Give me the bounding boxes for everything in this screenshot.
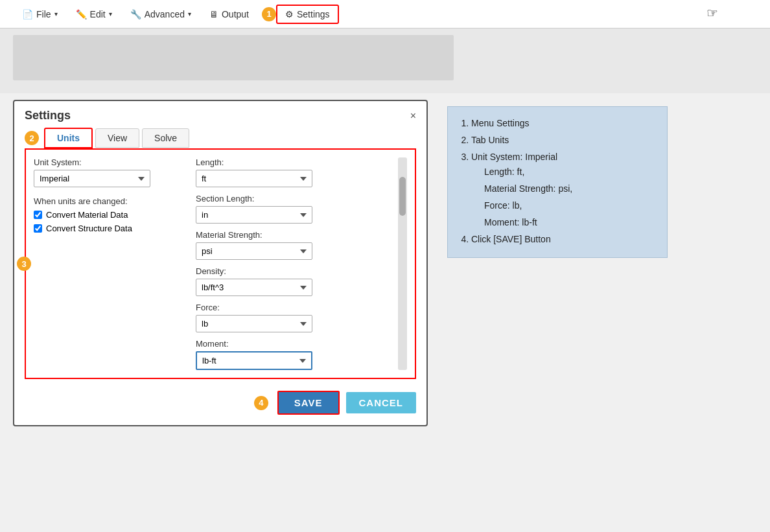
section-length-label: Section Length: xyxy=(196,194,395,203)
convert-structure-label: Convert Structure Data xyxy=(46,224,132,233)
file-arrow-icon: ▾ xyxy=(54,10,58,17)
section-length-select[interactable]: inftmcmmm xyxy=(196,206,312,224)
material-strength-label: Material Strength: xyxy=(196,230,395,240)
content-area xyxy=(0,29,770,93)
menu-advanced[interactable]: 🔧 Advanced ▾ xyxy=(121,5,200,23)
menu-advanced-label: Advanced xyxy=(145,9,185,19)
convert-material-label: Convert Material Data xyxy=(46,210,128,220)
moment-label: Moment: xyxy=(196,339,395,349)
settings-content-area: Unit System: Imperial Metric SI When uni… xyxy=(25,148,416,379)
instruction-item-4: Click [SAVE] Button xyxy=(471,232,657,248)
length-label: Length: xyxy=(196,157,395,167)
menu-output[interactable]: 🖥 Output xyxy=(200,5,258,23)
scrollbar-thumb xyxy=(399,177,406,216)
dialog-footer: 4 SAVE CANCEL xyxy=(14,384,426,425)
edit-icon: ✏️ xyxy=(76,9,87,19)
instruction-length: Length: ft, xyxy=(484,165,657,180)
instruction-material-strength: Material Strength: psi, xyxy=(484,181,657,197)
instruction-moment: Moment: lb-ft xyxy=(484,215,657,231)
left-column: Unit System: Imperial Metric SI When uni… xyxy=(34,157,189,370)
length-select[interactable]: ftinmcmmm xyxy=(196,170,312,187)
material-strength-select[interactable]: psiksiMPaGPa xyxy=(196,242,312,260)
gray-panel xyxy=(13,35,454,80)
dialog-body: 3 Unit System: Imperial Metric SI When u… xyxy=(25,148,416,379)
dialog-header: Settings × xyxy=(14,101,426,128)
density-label: Density: xyxy=(196,266,395,276)
convert-material-row: Convert Material Data xyxy=(34,210,176,220)
dialog-title: Settings xyxy=(25,109,71,122)
instruction-panel: Menu Settings Tab Units Unit System: Imp… xyxy=(447,106,668,258)
menu-settings-label: Settings xyxy=(297,9,330,19)
convert-structure-row: Convert Structure Data xyxy=(34,224,176,233)
menu-bar: 📄 File ▾ ✏️ Edit ▾ 🔧 Advanced ▾ 🖥 Output… xyxy=(0,0,770,29)
badge-1: 1 xyxy=(262,7,276,21)
menu-edit-label: Edit xyxy=(90,9,106,19)
file-icon: 📄 xyxy=(22,9,33,19)
dialog-overlay: Settings × 2 Units View Solve 3 xyxy=(13,100,428,426)
instruction-sub-list: Length: ft, Material Strength: psi, Forc… xyxy=(471,165,657,230)
instruction-item-1: Menu Settings xyxy=(471,116,657,132)
edit-arrow-icon: ▾ xyxy=(109,10,112,17)
save-button[interactable]: SAVE xyxy=(277,391,340,415)
badge-4: 4 xyxy=(254,396,268,410)
badge-3: 3 xyxy=(17,257,31,271)
convert-material-checkbox[interactable] xyxy=(34,211,42,219)
main-layout: Settings × 2 Units View Solve 3 xyxy=(0,93,770,433)
tab-units[interactable]: Units xyxy=(44,128,93,148)
convert-structure-checkbox[interactable] xyxy=(34,224,42,233)
unit-system-select[interactable]: Imperial Metric SI xyxy=(34,170,150,187)
menu-file[interactable]: 📄 File ▾ xyxy=(13,5,67,23)
menu-edit[interactable]: ✏️ Edit ▾ xyxy=(67,5,121,23)
instruction-item-2: Tab Units xyxy=(471,133,657,148)
force-select[interactable]: lbkipNkN xyxy=(196,315,312,332)
instruction-list: Menu Settings Tab Units Unit System: Imp… xyxy=(458,116,657,247)
menu-settings[interactable]: ⚙ Settings xyxy=(276,5,339,24)
menu-output-label: Output xyxy=(222,9,249,19)
unit-system-label: Unit System: xyxy=(34,157,176,167)
tab-view[interactable]: View xyxy=(95,128,139,148)
right-column: Length: ftinmcmmm Section Length: inftmc… xyxy=(189,157,395,370)
settings-gear-icon: ⚙ xyxy=(285,9,294,19)
force-label: Force: xyxy=(196,303,395,312)
moment-select[interactable]: lb-ftlb-inkip-ftkip-inN-mkN-m xyxy=(196,351,312,370)
tab-solve[interactable]: Solve xyxy=(142,128,189,148)
dialog-close-button[interactable]: × xyxy=(410,110,416,122)
instruction-item-3: Unit System: Imperial Length: ft, Materi… xyxy=(471,150,657,231)
menu-file-label: File xyxy=(36,9,51,19)
density-select[interactable]: lb/ft^3kg/m^3g/cm^3 xyxy=(196,279,312,296)
cancel-button[interactable]: CANCEL xyxy=(346,392,417,413)
advanced-arrow-icon: ▾ xyxy=(188,10,191,17)
settings-dialog: Settings × 2 Units View Solve 3 xyxy=(13,100,428,426)
advanced-icon: 🔧 xyxy=(130,9,141,19)
when-changed-label: When units are changed: xyxy=(34,196,176,206)
instruction-force: Force: lb, xyxy=(484,198,657,214)
output-icon: 🖥 xyxy=(209,9,218,19)
scrollbar[interactable] xyxy=(398,157,407,370)
badge-2: 2 xyxy=(25,131,39,145)
cursor: ☞ xyxy=(706,5,718,21)
